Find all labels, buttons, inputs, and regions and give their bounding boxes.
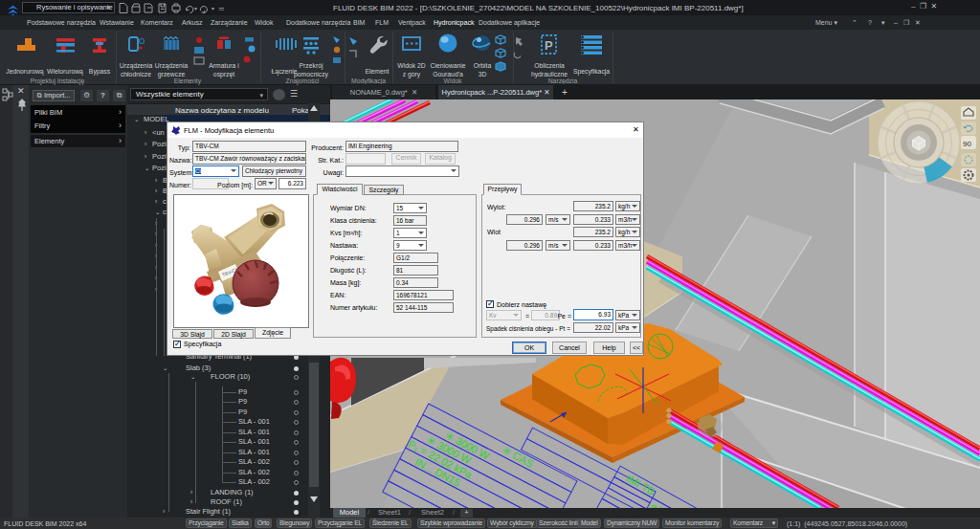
svg-text:▾: ▾	[194, 6, 197, 11]
svg-text:90: 90	[963, 140, 971, 148]
svg-text:≂: ≂	[218, 5, 225, 13]
svg-text:P: P	[545, 38, 553, 53]
svg-text:▾: ▾	[212, 6, 214, 11]
